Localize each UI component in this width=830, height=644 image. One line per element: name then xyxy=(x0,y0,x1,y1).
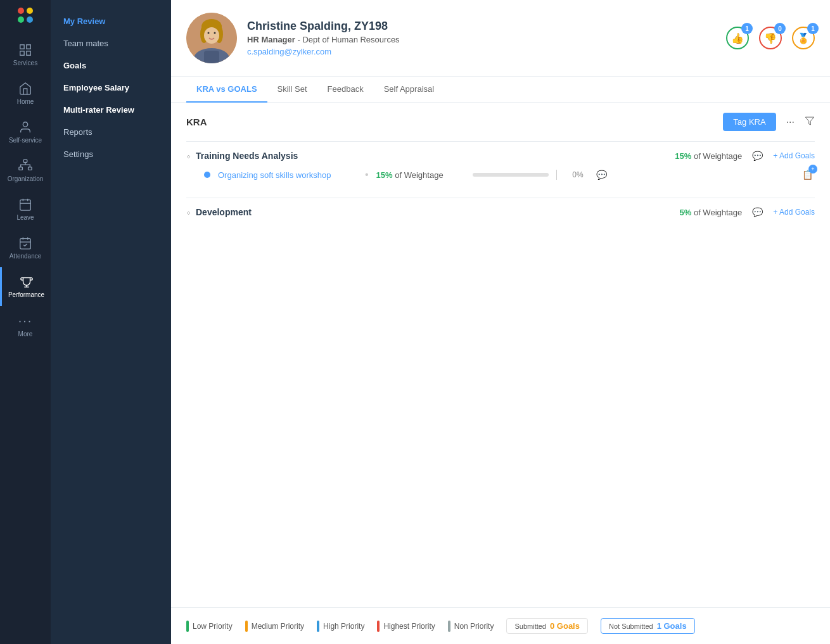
legend-not-submitted: Not Submitted 1 Goals xyxy=(601,618,695,634)
goal-row-workshop: Organizing soft skills workshop • 15% of… xyxy=(186,161,815,189)
training-weightage: 15% of Weightage xyxy=(675,151,742,161)
svg-rect-2 xyxy=(20,51,24,55)
sidebar-item-organization[interactable]: Organization xyxy=(0,151,51,190)
goal-name-workshop[interactable]: Organizing soft skills workshop xyxy=(218,170,357,180)
thumbup-count: 1 xyxy=(741,23,753,34)
legend-medium-priority: Medium Priority xyxy=(245,621,304,632)
training-kra-name: Training Needs Analysis xyxy=(196,151,298,161)
sidebar-item-services[interactable]: Services xyxy=(0,35,51,74)
kra-row-training-right: 15% of Weightage 💬 + Add Goals xyxy=(675,151,815,161)
sidebar-item-teammates[interactable]: Team mates xyxy=(51,32,171,54)
svg-rect-1 xyxy=(27,45,30,49)
high-priority-bar xyxy=(317,621,319,632)
development-add-goals-button[interactable]: + Add Goals xyxy=(773,208,815,217)
self-service-label: Self-service xyxy=(9,137,42,144)
attendance-icon xyxy=(18,236,32,250)
more-dots-icon: ··· xyxy=(18,313,33,328)
sidebar-item-leave[interactable]: Leave xyxy=(0,190,51,229)
svg-point-23 xyxy=(208,32,210,34)
attendance-label: Attendance xyxy=(10,253,42,260)
training-expand-icon[interactable]: ⬦ xyxy=(186,151,191,160)
high-priority-label: High Priority xyxy=(323,622,364,631)
sidebar-item-more[interactable]: ··· More xyxy=(0,306,51,345)
profile-name: Christine Spalding, ZY198 xyxy=(247,20,716,33)
low-priority-label: Low Priority xyxy=(193,622,233,631)
award-badge: 🏅 1 xyxy=(792,27,815,49)
goal-comment-icon[interactable]: 💬 xyxy=(596,170,607,180)
development-weightage: 5% of Weightage xyxy=(679,208,742,217)
goal-dot xyxy=(204,172,210,178)
svg-rect-7 xyxy=(29,167,32,170)
tabs-bar: KRA vs GOALS Skill Set Feedback Self App… xyxy=(171,77,830,103)
person-icon xyxy=(18,120,32,134)
leave-calendar-icon xyxy=(18,198,32,212)
organization-label: Organization xyxy=(8,175,44,182)
highest-priority-label: Highest Priority xyxy=(383,622,435,631)
sidebar-item-performance[interactable]: Performance xyxy=(0,267,51,306)
development-kra-name: Development xyxy=(196,207,252,217)
sidebar-item-settings[interactable]: Settings xyxy=(51,143,171,165)
submitted-label: Submitted xyxy=(514,622,546,630)
medium-priority-label: Medium Priority xyxy=(252,622,304,631)
kra-row-development: ⬦ Development 5% of Weightage 💬 + Add Go… xyxy=(186,198,815,226)
profile-header: Christine Spalding, ZY198 HR Manager - D… xyxy=(171,0,830,77)
thumbdown-circle: 👎 0 xyxy=(759,27,782,49)
kra-row-development-header: ⬦ Development 5% of Weightage 💬 + Add Go… xyxy=(186,207,815,217)
goal-weightage-workshop: 15% of Weightage xyxy=(376,170,465,180)
sidebar-item-multi-rater[interactable]: Multi-rater Review xyxy=(51,99,171,121)
legend-high-priority: High Priority xyxy=(317,621,364,632)
svg-rect-12 xyxy=(20,239,31,249)
goal-progress-pct: 0% xyxy=(565,170,584,179)
development-comment-icon[interactable]: 💬 xyxy=(752,207,763,217)
sidebar-item-self-service[interactable]: Self-service xyxy=(0,113,51,151)
award-count: 1 xyxy=(807,23,819,34)
kra-header: KRA Tag KRA ··· xyxy=(186,113,815,131)
svg-rect-5 xyxy=(23,160,27,163)
kra-filter-button[interactable] xyxy=(805,116,815,128)
thumbup-badge: 👍 1 xyxy=(726,27,749,49)
sidebar-item-home[interactable]: Home xyxy=(0,74,51,113)
kra-title: KRA xyxy=(186,117,207,127)
non-priority-bar xyxy=(448,621,450,632)
legend-submitted: Submitted 0 Goals xyxy=(506,618,588,634)
kra-row-training-left: ⬦ Training Needs Analysis xyxy=(186,151,298,161)
legend-low-priority: Low Priority xyxy=(186,621,233,632)
svg-point-4 xyxy=(23,122,27,127)
home-icon xyxy=(18,82,32,96)
development-expand-icon[interactable]: ⬦ xyxy=(186,208,191,217)
text-sidebar: My Review Team mates Goals Employee Sala… xyxy=(51,0,171,644)
tab-self-appraisal[interactable]: Self Appraisal xyxy=(374,77,445,103)
trophy-icon xyxy=(20,275,34,289)
kra-more-options-button[interactable]: ··· xyxy=(781,114,800,130)
highest-priority-bar xyxy=(377,621,380,632)
svg-point-24 xyxy=(214,32,216,34)
svg-rect-3 xyxy=(27,51,30,55)
svg-rect-8 xyxy=(20,200,31,211)
sidebar-item-my-review[interactable]: My Review xyxy=(51,10,171,32)
sidebar-item-employee-salary[interactable]: Employee Salary xyxy=(51,77,171,99)
goal-copy-button[interactable]: 📋 + xyxy=(800,167,815,182)
training-weightage-pct: 15% xyxy=(675,151,691,161)
non-priority-label: Non Priority xyxy=(454,622,494,631)
submitted-count: 0 Goals xyxy=(550,621,580,631)
sidebar-item-goals[interactable]: Goals xyxy=(51,54,171,77)
leave-label: Leave xyxy=(16,214,34,221)
sidebar-item-attendance[interactable]: Attendance xyxy=(0,229,51,267)
thumbdown-badge: 👎 0 xyxy=(759,27,782,49)
services-label: Services xyxy=(13,60,37,66)
tab-skill-set[interactable]: Skill Set xyxy=(267,77,317,103)
training-comment-icon[interactable]: 💬 xyxy=(752,151,763,161)
tab-kra-goals[interactable]: KRA vs GOALS xyxy=(186,77,267,103)
brand-dot-yellow xyxy=(27,8,33,14)
brand-dot-red xyxy=(18,8,24,14)
profile-email[interactable]: c.spalding@zylker.com xyxy=(247,47,716,56)
training-add-goals-button[interactable]: + Add Goals xyxy=(773,151,815,160)
org-icon xyxy=(18,159,32,173)
sidebar-item-reports[interactable]: Reports xyxy=(51,121,171,143)
tab-feedback[interactable]: Feedback xyxy=(317,77,374,103)
svg-marker-27 xyxy=(805,117,814,125)
profile-badges: 👍 1 👎 0 🏅 1 xyxy=(726,27,815,49)
kra-section: KRA Tag KRA ··· ⬦ Training Needs Analysi… xyxy=(171,103,830,607)
svg-point-22 xyxy=(204,27,219,44)
tag-kra-button[interactable]: Tag KRA xyxy=(723,113,776,131)
